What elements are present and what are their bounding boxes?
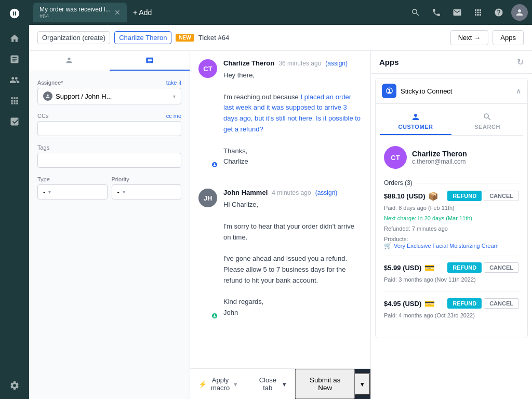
- order-amount: $88.10 (USD): [384, 192, 425, 200]
- order-amount-2: $5.99 (USD): [384, 264, 421, 272]
- app-header[interactable]: ① Sticky.io Connect ∧: [376, 78, 527, 104]
- sticky-io-section: ① Sticky.io Connect ∧ CUSTOMER: [375, 78, 528, 338]
- order-box-icon: 📦: [428, 191, 438, 201]
- assignee-label: Assignee* take it: [37, 79, 181, 86]
- panel-tab-ticket[interactable]: [110, 51, 190, 71]
- order-actions: REFUND CANCEL: [447, 191, 519, 201]
- panel-content: Assignee* take it Support / John H... ▾: [29, 71, 190, 216]
- apps-title: Apps: [379, 58, 399, 66]
- refunded-detail: Refunded: 7 minutes ago: [384, 224, 519, 234]
- apps-button[interactable]: Apps: [493, 30, 524, 45]
- next-button[interactable]: Next →: [450, 30, 489, 45]
- charlize-avatar: CT: [198, 59, 217, 78]
- left-panel: Assignee* take it Support / John H... ▾: [29, 51, 190, 399]
- message-avatar-wrapper: CT: [198, 59, 217, 167]
- refund-button-2[interactable]: REFUND: [447, 262, 482, 273]
- main-area: My order was received l... #64 ✕ + Add: [29, 0, 532, 399]
- order-actions-3: REFUND CANCEL: [447, 298, 519, 309]
- sidebar-item-apps[interactable]: [5, 91, 24, 110]
- submit-dropdown-button[interactable]: ▾: [355, 373, 370, 395]
- order-card-icon-3: 💳: [424, 299, 435, 309]
- apply-macro-button[interactable]: ⚡ Apply macro ▾: [190, 369, 246, 399]
- assign-link-2[interactable]: (assign): [315, 189, 338, 196]
- ccs-field: CCs cc me: [37, 113, 181, 136]
- message-time-2: 4 minutes ago: [272, 189, 311, 196]
- highlight-text: I placed an order last week and it was s…: [223, 93, 361, 133]
- message-time: 36 minutes ago: [278, 60, 321, 67]
- add-tab-button[interactable]: + Add: [129, 6, 156, 19]
- cc-me-link[interactable]: cc me: [166, 113, 181, 119]
- assignee-name: Support / John H...: [56, 92, 170, 100]
- message-header: Charlize Theron 36 minutes ago (assign): [223, 59, 362, 67]
- message-text: Hey there, I'm reaching out because I pl…: [223, 70, 362, 167]
- tab-close-icon[interactable]: ✕: [114, 8, 121, 17]
- message-header-2: John Hammel 4 minutes ago (assign): [223, 189, 362, 196]
- type-select[interactable]: - ▾: [37, 184, 108, 200]
- order-detail-3: Paid: 4 months ago (Oct 23rd 2022): [384, 311, 519, 321]
- ccs-input[interactable]: [37, 121, 181, 136]
- refund-button-3[interactable]: REFUND: [447, 298, 482, 309]
- customer-tab[interactable]: CUSTOMER: [380, 108, 451, 135]
- search-button[interactable]: [407, 4, 424, 21]
- cancel-button-2[interactable]: CANCEL: [484, 262, 519, 273]
- compose-button[interactable]: [449, 4, 466, 21]
- type-field: Type - ▾: [37, 176, 108, 200]
- orders-section: Orders (3) $88.10 (USD) 📦 REFUND CANCEL: [380, 179, 523, 327]
- sidebar-item-reports[interactable]: [5, 112, 24, 131]
- tabbar: My order was received l... #64 ✕ + Add: [29, 0, 532, 25]
- breadcrumb-org[interactable]: Organization (create): [37, 31, 110, 44]
- assignee-field: Assignee* take it Support / John H... ▾: [37, 79, 181, 104]
- sidebar-item-home[interactable]: [5, 29, 24, 48]
- priority-chevron-icon: ▾: [123, 189, 125, 195]
- order-detail-2: Paid: 3 months ago (Nov 11th 2022): [384, 275, 519, 285]
- content-area: Organization (create) Charlize Theron NE…: [29, 25, 532, 399]
- user-avatar[interactable]: [511, 4, 528, 21]
- avatar-badge-2: [211, 312, 218, 320]
- sidebar-item-users[interactable]: [5, 71, 24, 89]
- orders-header: Orders (3): [384, 179, 519, 187]
- tab-subtitle: #64: [39, 13, 111, 19]
- take-it-link[interactable]: take it: [166, 79, 181, 86]
- sidebar-item-tickets[interactable]: [5, 50, 24, 69]
- product-link[interactable]: 🛒 Very Exclusive Facial Moisturizing Cre…: [384, 242, 519, 249]
- active-tab[interactable]: My order was received l... #64 ✕: [33, 3, 127, 22]
- nav-row: Organization (create) Charlize Theron NE…: [29, 25, 532, 51]
- message-body-2: John Hammel 4 minutes ago (assign) Hi Ch…: [223, 189, 362, 318]
- phone-button[interactable]: [428, 4, 445, 21]
- cancel-button-3[interactable]: CANCEL: [484, 298, 519, 309]
- assignee-chevron-icon: ▾: [173, 94, 176, 99]
- submit-main-button[interactable]: Submit as New: [295, 369, 355, 399]
- order-actions-2: REFUND CANCEL: [447, 262, 519, 273]
- assign-link[interactable]: (assign): [325, 60, 348, 67]
- app-tabs: CUSTOMER SEARCH: [380, 108, 523, 136]
- app-icon: ①: [382, 84, 396, 98]
- panel-tab-user[interactable]: [29, 51, 110, 71]
- apps-header: Apps ↻: [371, 51, 532, 74]
- lightning-icon: ⚡: [198, 380, 207, 388]
- ccs-label: CCs cc me: [37, 113, 181, 119]
- tabbar-actions: [407, 4, 528, 21]
- products-label: Products:: [384, 236, 519, 242]
- customer-name: Charlize Theron: [412, 150, 467, 158]
- tags-label: Tags: [37, 144, 181, 151]
- assignee-select[interactable]: Support / John H... ▾: [37, 88, 181, 104]
- collapse-icon: ∧: [516, 87, 521, 95]
- help-button[interactable]: [490, 4, 507, 21]
- sidebar-item-settings[interactable]: [5, 376, 24, 395]
- john-avatar: JH: [198, 189, 217, 207]
- zendesk-logo[interactable]: [5, 4, 24, 23]
- customer-email: c.theron@mail.com: [412, 158, 467, 165]
- grid-button[interactable]: [470, 4, 486, 21]
- message-text-2: Hi Charlize, I'm sorry to hear that your…: [223, 200, 362, 318]
- close-tab-button[interactable]: Close tab ▾: [246, 369, 295, 399]
- app-body: CUSTOMER SEARCH CT Charlize Theron: [376, 104, 527, 338]
- cancel-button-1[interactable]: CANCEL: [484, 191, 519, 201]
- tags-field: Tags: [37, 144, 181, 168]
- order-row-2: $5.99 (USD) 💳 REFUND CANCEL: [384, 262, 519, 273]
- refund-button-1[interactable]: REFUND: [447, 191, 482, 201]
- refresh-button[interactable]: ↻: [517, 57, 524, 67]
- tags-input[interactable]: [37, 153, 181, 168]
- priority-select[interactable]: - ▾: [112, 184, 182, 200]
- breadcrumb-contact[interactable]: Charlize Theron: [114, 31, 171, 44]
- search-tab[interactable]: SEARCH: [451, 108, 523, 135]
